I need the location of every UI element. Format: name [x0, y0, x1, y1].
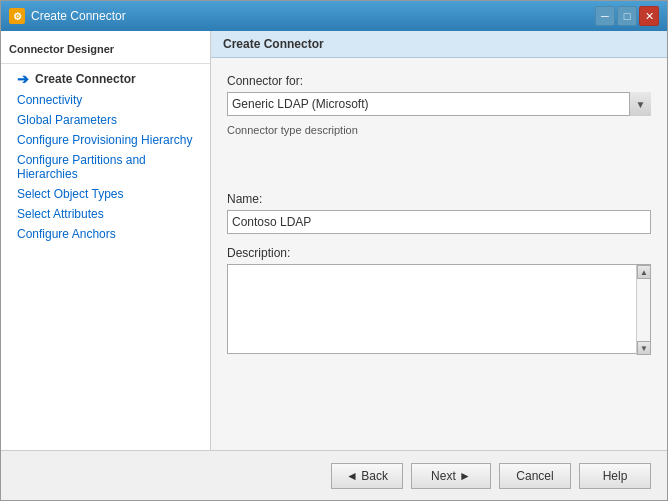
footer: ◄ Back Next ► Cancel Help [1, 450, 667, 500]
sidebar-item-label: Configure Anchors [17, 227, 116, 241]
main-content: Connector for: Generic LDAP (Microsoft) … [211, 58, 667, 450]
close-button[interactable]: ✕ [639, 6, 659, 26]
title-bar-buttons: ─ □ ✕ [595, 6, 659, 26]
content-area: Connector Designer ➔ Create Connector Co… [1, 31, 667, 450]
sidebar-item-global-parameters[interactable]: Global Parameters [1, 110, 210, 130]
sidebar-item-label: Configure Partitions and Hierarchies [17, 153, 202, 181]
connector-for-label: Connector for: [227, 74, 651, 88]
sidebar-item-create-connector[interactable]: ➔ Create Connector [1, 68, 210, 90]
scroll-up-button[interactable]: ▲ [637, 265, 651, 279]
connector-type-dropdown-container: Generic LDAP (Microsoft) ▼ [227, 92, 651, 116]
name-input[interactable] [227, 210, 651, 234]
sidebar-item-label: Global Parameters [17, 113, 117, 127]
help-button[interactable]: Help [579, 463, 651, 489]
maximize-button[interactable]: □ [617, 6, 637, 26]
connector-type-description: Connector type description [227, 120, 651, 140]
sidebar-title: Connector Designer [1, 39, 210, 64]
description-textarea[interactable] [227, 264, 651, 354]
name-label: Name: [227, 192, 651, 206]
sidebar-item-configure-provisioning-hierarchy[interactable]: Configure Provisioning Hierarchy [1, 130, 210, 150]
main-window: ⚙ Create Connector ─ □ ✕ Connector Desig… [0, 0, 668, 501]
sidebar-item-label: Connectivity [17, 93, 82, 107]
sidebar-item-label: Select Object Types [17, 187, 124, 201]
sidebar-item-configure-anchors[interactable]: Configure Anchors [1, 224, 210, 244]
name-group: Name: [227, 192, 651, 234]
sidebar-item-label: Select Attributes [17, 207, 104, 221]
sidebar-item-select-attributes[interactable]: Select Attributes [1, 204, 210, 224]
scroll-down-button[interactable]: ▼ [637, 341, 651, 355]
sidebar-item-label: Create Connector [35, 72, 136, 86]
sidebar: Connector Designer ➔ Create Connector Co… [1, 31, 211, 450]
minimize-button[interactable]: ─ [595, 6, 615, 26]
title-bar-left: ⚙ Create Connector [9, 8, 126, 24]
window-title: Create Connector [31, 9, 126, 23]
active-arrow-icon: ➔ [17, 71, 29, 87]
connector-for-group: Connector for: Generic LDAP (Microsoft) … [227, 74, 651, 140]
sidebar-item-configure-partitions-and-hierarchies[interactable]: Configure Partitions and Hierarchies [1, 150, 210, 184]
sidebar-item-connectivity[interactable]: Connectivity [1, 90, 210, 110]
main-panel: Create Connector Connector for: Generic … [211, 31, 667, 450]
sidebar-item-label: Configure Provisioning Hierarchy [17, 133, 192, 147]
back-button[interactable]: ◄ Back [331, 463, 403, 489]
cancel-button[interactable]: Cancel [499, 463, 571, 489]
connector-type-dropdown[interactable]: Generic LDAP (Microsoft) [227, 92, 651, 116]
title-bar: ⚙ Create Connector ─ □ ✕ [1, 1, 667, 31]
description-group: Description: ▲ ▼ [227, 246, 651, 354]
main-header: Create Connector [211, 31, 667, 58]
sidebar-item-select-object-types[interactable]: Select Object Types [1, 184, 210, 204]
scrollbar-track: ▲ ▼ [636, 265, 650, 355]
app-icon: ⚙ [9, 8, 25, 24]
description-label: Description: [227, 246, 651, 260]
next-button[interactable]: Next ► [411, 463, 491, 489]
